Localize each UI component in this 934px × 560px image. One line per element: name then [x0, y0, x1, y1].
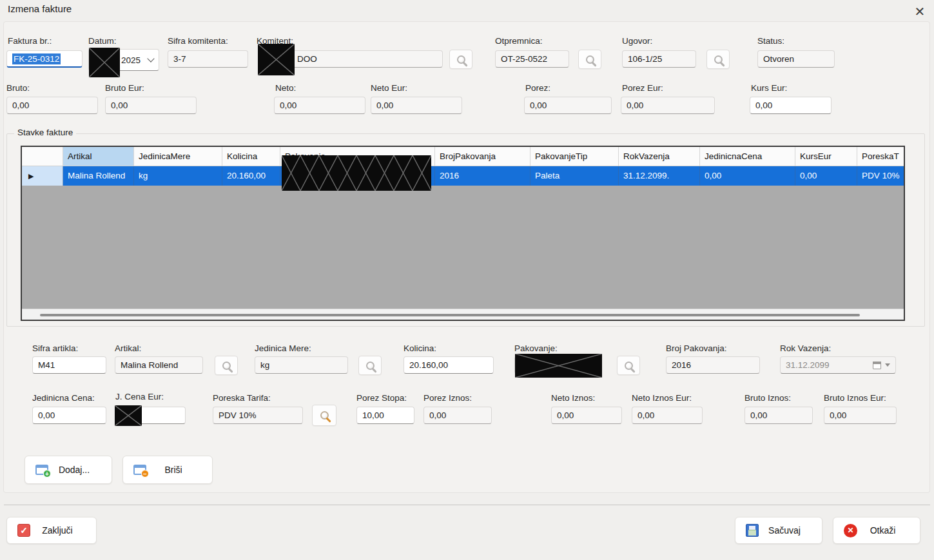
- chevron-down-icon: [147, 55, 154, 62]
- zakljuci-button-label: Zaključi: [30, 525, 84, 536]
- otpremnica-search-button[interactable]: [578, 50, 601, 69]
- faktura-br-field[interactable]: FK-25-0312: [6, 50, 83, 68]
- neto-eur-label: Neto Eur:: [371, 83, 407, 93]
- status-field[interactable]: Otvoren: [757, 50, 835, 68]
- kolicina-label: Kolicina:: [404, 343, 436, 353]
- brisi-button-label: Briši: [146, 465, 200, 475]
- neto-value: 0,00: [280, 101, 297, 110]
- porez-eur-label: Porez Eur:: [622, 83, 663, 93]
- search-icon: [457, 55, 465, 64]
- search-icon: [320, 411, 329, 420]
- grid-horizontal-scrollbar[interactable]: [22, 309, 904, 320]
- status-label: Status:: [757, 36, 784, 46]
- jedinica-mere-label: Jedinica Mere:: [255, 343, 311, 353]
- rok-vazenja-value: 31.12.2099: [786, 360, 830, 370]
- jedinica-mere-field[interactable]: kg: [255, 356, 348, 374]
- bruto-eur-field[interactable]: 0,00: [105, 97, 197, 114]
- artikal-search-button[interactable]: [215, 356, 238, 375]
- cell-rokvazenja: 31.12.2099.: [619, 166, 700, 186]
- rok-vazenja-datepicker[interactable]: 31.12.2099: [780, 356, 896, 374]
- porez-eur-value: 0,00: [627, 101, 643, 110]
- grid-header-jedinicnacena[interactable]: JedinicnaCena: [700, 147, 795, 166]
- artikal-value: Malina Rollend: [121, 360, 178, 370]
- porez-stopa-label: Porez Stopa:: [356, 393, 407, 403]
- porez-field[interactable]: 0,00: [524, 97, 612, 114]
- rok-vazenja-label: Rok Vazenja:: [780, 343, 831, 353]
- ugovor-search-button[interactable]: [706, 50, 730, 69]
- bruto-label: Bruto:: [6, 83, 30, 93]
- broj-pakovanja-value: 2016: [672, 360, 691, 370]
- scrollbar-thumb[interactable]: [40, 314, 860, 316]
- otpremnica-field[interactable]: OT-25-0522: [495, 50, 569, 68]
- komitent-search-button[interactable]: [449, 50, 472, 69]
- bruto-eur-value: 0,00: [111, 101, 128, 110]
- stavke-grid[interactable]: Artikal JedinicaMere Kolicina Pakovanje …: [21, 146, 905, 321]
- artikal-field[interactable]: Malina Rollend: [115, 356, 203, 374]
- delete-row-icon: −: [133, 465, 146, 475]
- brisi-button[interactable]: − Briši: [122, 456, 213, 484]
- close-icon[interactable]: ✕: [906, 0, 933, 23]
- dodaj-button[interactable]: + Dodaj...: [24, 456, 112, 484]
- broj-pakovanja-field[interactable]: 2016: [666, 356, 760, 374]
- neto-iznos-field[interactable]: 0,00: [551, 407, 622, 424]
- ugovor-field[interactable]: 106-1/25: [622, 50, 696, 68]
- cell-brojpakovanja: 2016: [435, 166, 530, 186]
- porez-eur-field[interactable]: 0,00: [621, 97, 715, 114]
- search-icon: [222, 362, 231, 370]
- porez-iznos-field[interactable]: 0,00: [423, 407, 492, 424]
- faktura-br-value: FK-25-0312: [12, 53, 61, 64]
- kolicina-field[interactable]: 20.160,00: [404, 356, 494, 374]
- window-title: Izmena fakture: [8, 3, 72, 14]
- sacuvaj-button[interactable]: Sačuvaj: [735, 517, 822, 544]
- jedinicna-cena-field[interactable]: 0,00: [32, 407, 106, 424]
- porez-stopa-field[interactable]: 10,00: [356, 407, 414, 424]
- grid-header-artikal[interactable]: Artikal: [63, 147, 134, 166]
- grid-header-kurseur[interactable]: KursEur: [795, 147, 857, 166]
- bruto-iznos-value: 0,00: [750, 410, 767, 420]
- jedinica-mere-value: kg: [260, 360, 269, 370]
- otkazi-button[interactable]: ✕ Otkaži: [833, 517, 920, 544]
- j-cena-eur-label: J. Cena Eur:: [115, 392, 164, 401]
- search-icon: [625, 362, 633, 370]
- minus-badge-icon: −: [141, 470, 149, 478]
- neto-iznos-eur-field[interactable]: 0,00: [632, 407, 703, 424]
- jedinica-mere-search-button[interactable]: [358, 356, 382, 375]
- redaction-box: [282, 155, 431, 191]
- bruto-field[interactable]: 0,00: [6, 97, 98, 114]
- neto-field[interactable]: 0,00: [274, 97, 365, 114]
- neto-eur-field[interactable]: 0,00: [371, 97, 462, 114]
- grid-header-jedinicamere[interactable]: JedinicaMere: [134, 147, 222, 166]
- grid-header-brojpakovanja[interactable]: BrojPakovanja: [435, 147, 530, 166]
- faktura-br-label: Faktura br.:: [8, 36, 52, 46]
- poreska-tarifa-field[interactable]: PDV 10%: [213, 407, 303, 424]
- table-row-selected[interactable]: ▶ Malina Rollend kg 20.160,00 2016 Palet…: [22, 166, 904, 186]
- dodaj-button-label: Dodaj...: [48, 465, 100, 475]
- zakljuci-button[interactable]: ✓ Zaključi: [6, 517, 97, 544]
- redaction-box: [258, 44, 295, 75]
- grid-header-pakovanjetip[interactable]: PakovanjeTip: [530, 147, 619, 166]
- sifra-komitenta-value: 3-7: [173, 54, 186, 64]
- porez-iznos-label: Porez Iznos:: [423, 393, 472, 403]
- broj-pakovanja-label: Broj Pakovanja:: [666, 343, 727, 353]
- sifra-komitenta-field[interactable]: 3-7: [168, 50, 248, 68]
- poreska-tarifa-search-button[interactable]: [312, 405, 336, 426]
- neto-iznos-value: 0,00: [557, 410, 574, 420]
- bruto-iznos-field[interactable]: 0,00: [744, 407, 813, 424]
- cell-artikal: Malina Rollend: [63, 166, 134, 186]
- kurs-eur-field[interactable]: 0,00: [750, 97, 832, 114]
- neto-label: Neto:: [275, 83, 296, 93]
- ugovor-label: Ugovor:: [622, 36, 652, 46]
- bruto-iznos-eur-field[interactable]: 0,00: [824, 407, 897, 424]
- grid-header-poreskatarifa[interactable]: PoreskaT: [857, 147, 904, 166]
- pakovanje-search-button[interactable]: [617, 356, 640, 375]
- bruto-iznos-eur-value: 0,00: [830, 410, 846, 420]
- poreska-tarifa-label: Poreska Tarifa:: [213, 393, 271, 403]
- porez-label: Porez:: [525, 83, 550, 93]
- grid-header-kolicina[interactable]: Kolicina: [222, 147, 280, 166]
- pakovanje-label: Pakovanje:: [514, 343, 558, 353]
- add-row-icon: +: [35, 465, 48, 475]
- search-icon: [586, 55, 594, 64]
- sifra-artikla-field[interactable]: M41: [32, 356, 106, 374]
- grid-header-rokvazenja[interactable]: RokVazenja: [619, 147, 700, 166]
- status-value: Otvoren: [763, 54, 794, 64]
